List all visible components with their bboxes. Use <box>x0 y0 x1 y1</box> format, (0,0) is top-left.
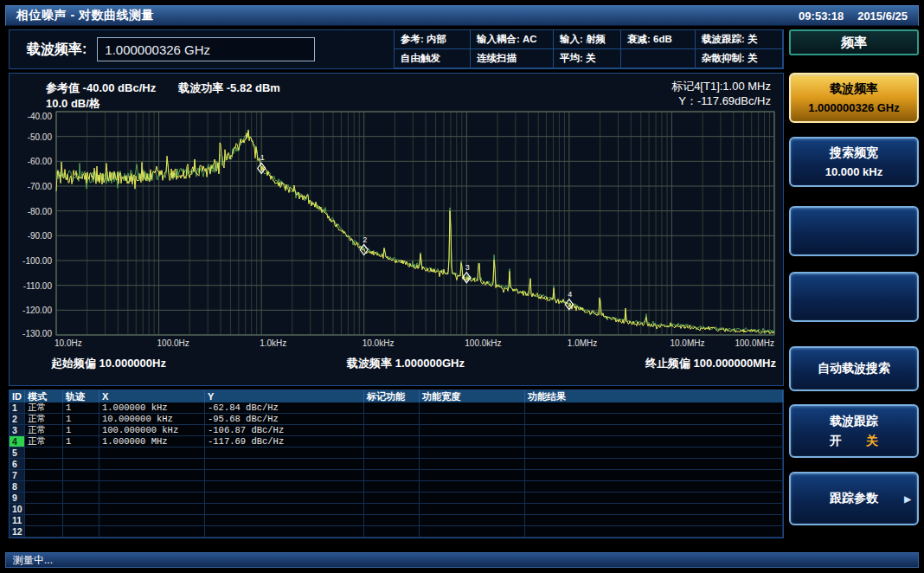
marker-table-row[interactable]: 4正常11.000000 MHz-117.69 dBc/Hz <box>10 436 783 447</box>
softkey-carrier-frequency[interactable]: 载波频率 1.000000326 GHz <box>789 73 919 123</box>
marker-cell <box>364 436 420 447</box>
marker-table-row[interactable]: 10 <box>10 504 783 515</box>
menu-title-frequency: 频率 <box>789 29 919 55</box>
marker-cell <box>420 459 525 469</box>
marker-cell <box>525 493 783 503</box>
marker-table-row[interactable]: 7 <box>10 470 783 481</box>
marker-cell: 3 <box>10 425 25 435</box>
status-text: 测量中... <box>13 553 53 568</box>
marker-cell <box>420 470 525 480</box>
on-off-toggle: 开 关 <box>830 434 878 449</box>
marker-cell: -95.68 dBc/Hz <box>205 414 364 424</box>
marker-column-header: 轨迹 <box>63 390 99 402</box>
marker-table-row[interactable]: 9 <box>10 493 783 504</box>
svg-text:1.0kHz: 1.0kHz <box>260 338 286 348</box>
page-title: 相位噪声 - 对数曲线测量 <box>16 8 154 23</box>
softkey-search-span[interactable]: 搜索频宽 10.000 kHz <box>789 137 919 187</box>
marker-cell <box>205 493 364 503</box>
marker-cell: -62.84 dBc/Hz <box>205 402 364 413</box>
softkey-tracking-parameters[interactable]: 跟踪参数 ▶ <box>789 472 919 525</box>
marker-column-header: 模式 <box>25 390 63 402</box>
marker-cell <box>525 481 783 492</box>
marker-table-row[interactable]: 11 <box>10 515 783 526</box>
marker-table-row[interactable]: 8 <box>10 481 783 493</box>
marker-cell <box>205 504 364 514</box>
marker-table-row[interactable]: 2正常110.000000 kHz-95.68 dBc/Hz <box>10 414 783 425</box>
settings-cell: 输入: 射频 <box>554 30 621 49</box>
marker-cell <box>420 504 525 514</box>
softkey-carrier-tracking[interactable]: 载波跟踪 开 关 <box>789 404 919 458</box>
softkey-empty-1[interactable] <box>789 206 919 256</box>
marker-cell <box>63 526 99 537</box>
marker-cell: 5 <box>10 447 25 458</box>
marker-cell: 12 <box>10 526 25 537</box>
svg-text:100.0MHz: 100.0MHz <box>735 338 774 348</box>
marker-cell <box>25 515 63 525</box>
toggle-on-option[interactable]: 开 <box>830 434 842 449</box>
marker-cell <box>364 447 420 458</box>
svg-text:1: 1 <box>260 153 265 162</box>
svg-text:1.0MHz: 1.0MHz <box>568 338 597 348</box>
instrument-screen: 相位噪声 - 对数曲线测量 09:53:18 2015/6/25 载波频率: 参… <box>0 0 924 573</box>
settings-cell <box>621 49 696 68</box>
svg-text:-120.00: -120.00 <box>22 306 52 315</box>
marker-cell <box>99 515 205 525</box>
settings-cell: 载波跟踪: 关 <box>696 30 783 49</box>
marker-column-header: ID <box>10 390 25 402</box>
marker-cell <box>364 504 420 514</box>
softkey-auto-carrier-search[interactable]: 自动载波搜索 <box>789 346 919 391</box>
marker-column-header: Y <box>205 390 364 402</box>
marker-cell <box>525 504 783 514</box>
svg-text:-70.00: -70.00 <box>28 182 53 191</box>
marker-cell <box>364 493 420 503</box>
marker-cell <box>420 493 525 503</box>
svg-text:-130.00: -130.00 <box>22 329 52 338</box>
carrier-frequency-label: 载波频率: <box>27 41 87 59</box>
marker-cell <box>99 493 205 503</box>
marker-cell <box>25 481 63 492</box>
marker-cell <box>205 515 364 525</box>
svg-text:10.0MHz: 10.0MHz <box>670 338 704 348</box>
marker-cell: 4 <box>10 436 25 447</box>
svg-text:2: 2 <box>363 235 367 244</box>
marker-cell: 100.000000 kHz <box>99 425 205 435</box>
marker-table-row[interactable]: 12 <box>10 526 783 538</box>
phase-noise-plot: -40.00-50.00-60.00-70.00-80.00-90.00-100… <box>13 110 781 351</box>
marker-cell <box>63 470 99 480</box>
toggle-off-option[interactable]: 关 <box>866 434 878 449</box>
marker-readout: 标记4[T1]:1.00 MHz Y：-117.69dBc/Hz <box>671 79 771 108</box>
marker-cell <box>525 459 783 469</box>
status-bar: 测量中... <box>5 552 919 568</box>
marker-readout-x: 标记4[T1]:1.00 MHz <box>671 79 771 93</box>
title-bar: 相位噪声 - 对数曲线测量 09:53:18 2015/6/25 <box>5 5 919 26</box>
header-band: 载波频率: 参考: 内部输入耦合: AC输入: 射频衰减: 6dB载波跟踪: 关… <box>9 29 784 69</box>
softkey-span-label: 搜索频宽 <box>830 145 878 161</box>
marker-cell <box>25 447 63 458</box>
marker-column-header: 功能宽度 <box>420 390 525 402</box>
marker-cell: 1.000000 MHz <box>99 436 205 447</box>
marker-cell: 1 <box>63 414 99 424</box>
carrier-frequency-input[interactable] <box>97 37 315 61</box>
marker-table-row[interactable]: 6 <box>10 459 783 470</box>
marker-cell: -117.69 dBc/Hz <box>205 436 364 447</box>
marker-cell: 11 <box>10 515 25 525</box>
marker-cell <box>364 481 420 492</box>
reference-level-text: 参考值 -40.00 dBc/Hz <box>46 80 156 96</box>
settings-table: 参考: 内部输入耦合: AC输入: 射频衰减: 6dB载波跟踪: 关 自由触发连… <box>394 30 783 68</box>
marker-table-row[interactable]: 3正常1100.000000 kHz-106.87 dBc/Hz <box>10 425 783 436</box>
marker-cell: 2 <box>10 414 25 424</box>
softkey-empty-2[interactable] <box>789 272 919 322</box>
marker-cell <box>420 515 525 525</box>
marker-cell <box>99 447 205 458</box>
marker-cell <box>99 504 205 514</box>
marker-table-header: ID模式轨迹XY标记功能功能宽度功能结果 <box>10 390 783 402</box>
marker-cell <box>364 526 420 537</box>
marker-cell: 1 <box>63 425 99 435</box>
marker-table-row[interactable]: 5 <box>10 447 783 459</box>
marker-cell: 8 <box>10 481 25 492</box>
stop-offset-label: 终止频偏 100.000000MHz <box>645 356 776 371</box>
marker-cell <box>525 414 783 424</box>
svg-text:-50.00: -50.00 <box>28 132 53 142</box>
marker-table-row[interactable]: 1正常11.000000 kHz-62.84 dBc/Hz <box>10 402 783 414</box>
marker-cell <box>420 402 525 413</box>
